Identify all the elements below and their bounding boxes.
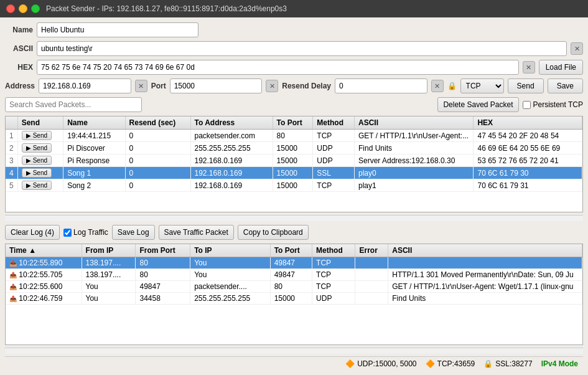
ascii-input[interactable] [37, 41, 567, 56]
log-traffic-checkbox[interactable] [63, 229, 72, 237]
table-row[interactable]: 📤 10:22:55.705 138.197.... 80 You 49847 … [6, 269, 582, 281]
resend-clear-button[interactable]: ✕ [431, 80, 444, 92]
name-cell: Song 2 [63, 179, 125, 192]
table-row[interactable]: 2 ▶ Send Pi Discover 0 255.255.255.255 1… [6, 142, 582, 154]
ascii-cell: Server Address:192.168.0.30 [354, 154, 473, 167]
minimize-button[interactable] [19, 4, 27, 13]
to-address-cell: packetsender.com [190, 130, 273, 142]
row-num: 5 [6, 179, 17, 192]
address-label: Address [5, 82, 35, 90]
search-input[interactable] [5, 97, 142, 112]
table-row[interactable]: 1 ▶ Send 19:44:41.215 0 packetsender.com… [6, 130, 582, 142]
send-row-button[interactable]: ▶ Send [22, 143, 52, 153]
col-method: Method [313, 116, 355, 130]
ssl-status: 🔒 SSL:38277 [483, 359, 532, 368]
col-hex: HEX [474, 116, 582, 130]
table-row[interactable]: 5 ▶ Send Song 2 0 192.168.0.169 15000 TC… [6, 179, 582, 192]
table-row[interactable]: 4 ▶ Send Song 1 0 192.168.0.169 15000 SS… [6, 167, 582, 179]
table-row[interactable]: 📤 10:22:55.890 138.197.... 80 You 49847 … [6, 257, 582, 269]
table-row[interactable]: 📤 10:22:46.759 You 34458 255.255.255.255… [6, 293, 582, 305]
log-method: TCP [312, 269, 355, 281]
ssl-label: SSL:38277 [495, 359, 532, 368]
clear-log-button[interactable]: Clear Log (4) [5, 225, 60, 240]
name-input[interactable] [37, 22, 198, 37]
send-cell: ▶ Send [17, 179, 63, 192]
tcp-status: 🔶 TCP:43659 [426, 359, 475, 368]
address-input[interactable] [39, 78, 131, 93]
log-method: UDP [312, 293, 355, 305]
close-button[interactable] [6, 4, 15, 13]
titlebar: Packet Sender - IPs: 192.168.1.27, fe80:… [0, 0, 588, 17]
ascii-cell: play0 [354, 167, 473, 179]
name-cell: Song 1 [63, 167, 125, 179]
address-clear-button[interactable]: ✕ [135, 80, 147, 92]
col-num [6, 116, 17, 130]
log-col-from-ip: From IP [82, 244, 136, 257]
port-clear-button[interactable]: ✕ [266, 80, 278, 92]
save-traffic-button[interactable]: Save Traffic Packet [159, 225, 234, 240]
to-port-cell: 80 [273, 130, 313, 142]
resend-cell: 0 [125, 130, 190, 142]
persistent-tcp-checkbox[interactable] [523, 101, 531, 109]
to-port-cell: 15000 [273, 167, 313, 179]
send-row-button[interactable]: ▶ Send [22, 156, 52, 165]
hex-input[interactable] [37, 60, 519, 75]
packets-scrollbar[interactable] [5, 215, 583, 221]
resend-cell: 0 [125, 179, 190, 192]
copy-clipboard-button[interactable]: Copy to Clipboard [238, 225, 309, 240]
hex-cell: 53 65 72 76 65 72 20 41 [474, 154, 582, 167]
log-to-port: 80 [270, 281, 312, 293]
log-from-ip: You [82, 293, 136, 305]
resend-cell: 0 [125, 167, 190, 179]
save-log-button[interactable]: Save Log [112, 225, 155, 240]
ascii-cell: GET / HTTP/1.1\r\nUser-Agent:... [354, 130, 473, 142]
to-port-cell: 15000 [273, 154, 313, 167]
log-col-method: Method [312, 244, 355, 257]
table-row[interactable]: 📤 10:22:55.600 You 49847 packetsender...… [6, 281, 582, 293]
hex-cell: 47 45 54 20 2F 20 48 54 [474, 130, 582, 142]
port-input[interactable] [170, 78, 263, 93]
send-icon: ▶ [26, 182, 31, 189]
name-label: Name [5, 26, 33, 34]
ascii-clear-button[interactable]: ✕ [571, 42, 583, 55]
delete-saved-button[interactable]: Delete Saved Packet [437, 97, 518, 112]
ascii-label: ASCII [5, 44, 33, 53]
log-col-from-port: From Port [136, 244, 190, 257]
tcp-label: TCP:43659 [437, 359, 475, 368]
port-label: Port [151, 82, 166, 90]
send-icon: ▶ [26, 145, 31, 151]
load-file-button[interactable]: Load File [539, 60, 583, 75]
log-from-port: 80 [136, 269, 190, 281]
resend-input[interactable] [335, 78, 427, 93]
ipv4-mode-label: IPv4 Mode [541, 359, 578, 368]
hex-cell: 46 69 6E 64 20 55 6E 69 [474, 142, 582, 154]
save-button[interactable]: Save [548, 78, 583, 93]
send-button[interactable]: Send [508, 78, 544, 93]
udp-label: UDP:15000, 5000 [357, 359, 416, 368]
persistent-tcp-container: Persistent TCP [523, 100, 583, 109]
log-ascii: GET / HTTP/1.1\r\nUser-Agent: Wget/1.17.… [388, 281, 582, 293]
log-table: Time ▲ From IP From Port To IP To Port M… [6, 244, 582, 305]
log-col-time: Time ▲ [6, 244, 82, 257]
tcp-icon: 🔶 [426, 359, 435, 368]
log-from-port: 34458 [136, 293, 190, 305]
hex-clear-button[interactable]: ✕ [523, 61, 535, 74]
log-time: 📤 10:22:55.890 [6, 257, 82, 269]
method-cell: UDP [313, 154, 355, 167]
resend-cell: 0 [125, 142, 190, 154]
send-cell: ▶ Send [17, 154, 63, 167]
hex-cell: 70 6C 61 79 30 [474, 167, 582, 179]
protocol-select[interactable]: TCP UDP SSL [460, 78, 504, 93]
table-row[interactable]: 3 ▶ Send Pi Response 0 192.168.0.169 150… [6, 154, 582, 167]
send-row-button[interactable]: ▶ Send [22, 131, 52, 140]
log-scrollbar[interactable] [5, 348, 583, 354]
to-port-cell: 15000 [273, 179, 313, 192]
send-row-button[interactable]: ▶ Send [22, 181, 52, 190]
row-num: 2 [6, 142, 17, 154]
send-row-button[interactable]: ▶ Send [22, 168, 52, 178]
to-port-cell: 15000 [273, 142, 313, 154]
send-cell: ▶ Send [17, 142, 63, 154]
log-ascii [388, 257, 582, 269]
maximize-button[interactable] [31, 4, 40, 13]
method-cell: TCP [313, 130, 355, 142]
